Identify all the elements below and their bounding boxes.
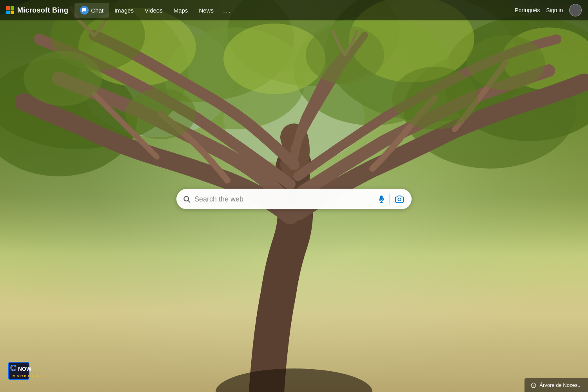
- svg-text:MARKETING: MARKETING: [13, 374, 45, 378]
- nav-right: Português Sign in: [515, 4, 582, 16]
- cnow-marketing-logo: C NOW MARKETING: [8, 359, 55, 384]
- svg-point-20: [392, 67, 478, 129]
- visual-search-icon[interactable]: [394, 193, 405, 205]
- images-label: Images: [114, 7, 134, 14]
- search-container: [176, 189, 412, 209]
- videos-label: Videos: [145, 7, 163, 14]
- news-label: News: [199, 7, 214, 14]
- svg-point-17: [24, 51, 102, 106]
- svg-point-18: [125, 88, 196, 139]
- svg-text:NOW: NOW: [18, 366, 32, 372]
- maps-label: Maps: [174, 7, 188, 14]
- bing-brand-text: Microsoft Bing: [17, 6, 68, 15]
- svg-text:C: C: [10, 363, 16, 373]
- chat-icon: [80, 6, 89, 15]
- nav-chat[interactable]: Chat: [74, 3, 109, 18]
- image-info: i Árvore de Nozes...: [524, 378, 588, 392]
- nav-news[interactable]: News: [193, 4, 219, 17]
- signin-button[interactable]: Sign in: [546, 7, 563, 13]
- search-input[interactable]: [194, 195, 372, 203]
- nav-items: Chat Images Videos Maps News ...: [74, 3, 515, 18]
- user-avatar[interactable]: [569, 4, 582, 16]
- svg-point-27: [398, 198, 401, 201]
- nav-videos[interactable]: Videos: [139, 4, 168, 17]
- svg-point-19: [306, 25, 384, 84]
- info-icon: i: [531, 383, 536, 388]
- chat-label: Chat: [91, 7, 103, 14]
- image-description: Árvore de Nozes...: [539, 382, 582, 388]
- search-box: [176, 189, 412, 209]
- microphone-icon[interactable]: [376, 194, 390, 205]
- microsoft-logo-icon: [6, 6, 14, 14]
- svg-text:i: i: [534, 384, 534, 387]
- microsoft-bing-logo[interactable]: Microsoft Bing: [6, 6, 68, 15]
- nav-images[interactable]: Images: [109, 4, 139, 17]
- svg-point-21: [466, 35, 545, 90]
- svg-line-24: [188, 201, 190, 203]
- language-selector[interactable]: Português: [515, 7, 540, 13]
- search-icon: [183, 195, 191, 203]
- nav-maps[interactable]: Maps: [168, 4, 194, 17]
- navbar: Microsoft Bing Chat Images Videos Maps N…: [0, 0, 588, 20]
- svg-point-22: [216, 368, 372, 392]
- nav-more[interactable]: ...: [219, 3, 235, 18]
